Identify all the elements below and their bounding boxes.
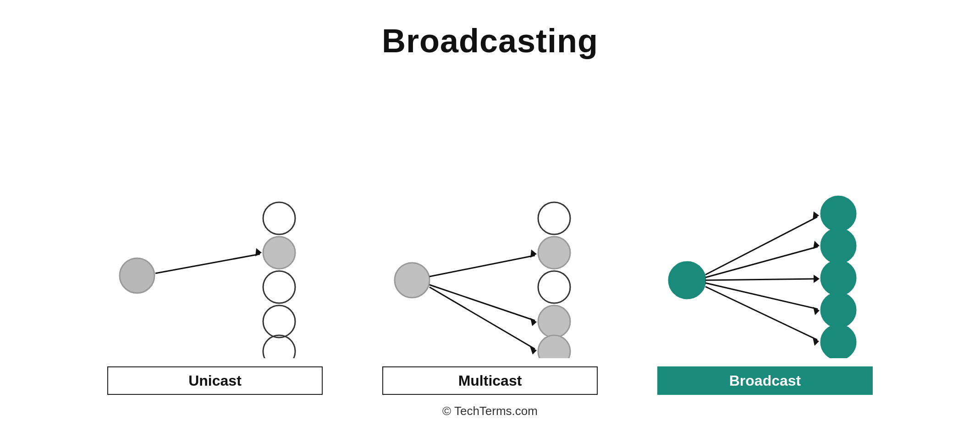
svg-point-11	[538, 271, 570, 303]
svg-line-30	[705, 279, 818, 280]
multicast-visual	[371, 193, 609, 358]
svg-line-26	[705, 217, 817, 275]
svg-marker-15	[530, 249, 537, 258]
unicast-label: Unicast	[107, 366, 323, 395]
svg-line-18	[429, 287, 535, 349]
svg-point-24	[821, 293, 856, 327]
svg-line-32	[705, 283, 818, 309]
svg-point-22	[821, 228, 856, 263]
svg-marker-33	[813, 307, 820, 315]
svg-marker-7	[255, 248, 262, 256]
unicast-visual	[96, 193, 334, 358]
page-title: Broadcasting	[382, 22, 598, 60]
svg-point-9	[538, 202, 570, 234]
svg-point-10	[538, 237, 570, 269]
multicast-diagram: Multicast	[371, 193, 609, 395]
svg-point-21	[821, 196, 856, 231]
svg-line-16	[429, 285, 535, 321]
multicast-label: Multicast	[382, 366, 598, 395]
diagrams-row: Unicast	[96, 78, 884, 404]
svg-point-1	[263, 202, 295, 234]
svg-line-34	[705, 287, 817, 340]
svg-point-12	[538, 305, 570, 338]
svg-point-3	[263, 271, 295, 303]
svg-marker-27	[813, 211, 819, 220]
svg-line-6	[155, 254, 260, 273]
svg-point-2	[263, 237, 295, 269]
svg-point-20	[669, 262, 705, 299]
svg-marker-31	[814, 275, 820, 283]
broadcast-label: Broadcast	[657, 366, 873, 395]
svg-point-0	[120, 258, 154, 293]
svg-line-14	[429, 255, 535, 277]
svg-point-25	[821, 325, 856, 358]
svg-line-28	[705, 247, 818, 277]
svg-point-13	[538, 335, 570, 358]
broadcast-diagram: Broadcast	[646, 193, 884, 395]
unicast-diagram: Unicast	[96, 193, 334, 395]
svg-point-8	[395, 263, 429, 298]
svg-point-5	[263, 335, 295, 358]
footer-text: © TechTerms.com	[442, 404, 538, 432]
svg-point-23	[821, 260, 856, 295]
svg-point-4	[263, 305, 295, 338]
svg-marker-17	[530, 318, 537, 326]
broadcast-visual	[646, 193, 884, 358]
